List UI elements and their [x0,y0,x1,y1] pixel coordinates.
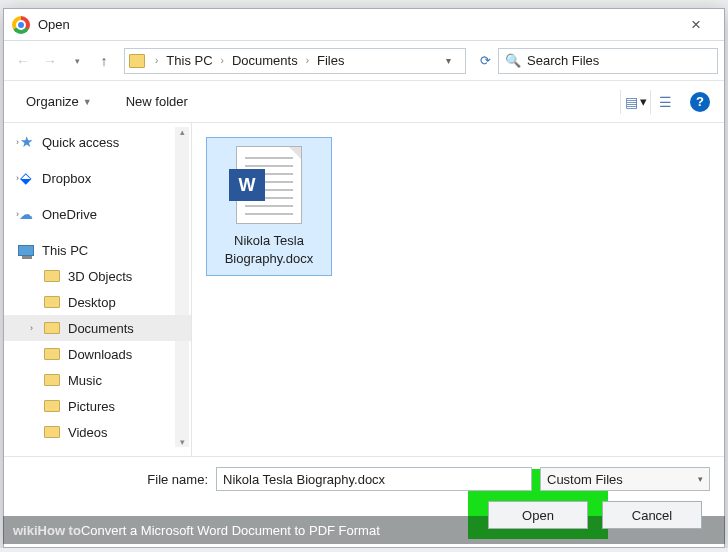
body: › ★ Quick access › ⬙ Dropbox › ☁ OneDriv… [4,123,724,457]
breadcrumb[interactable]: › This PC › Documents › Files ▾ [124,48,466,74]
pc-icon [18,245,34,256]
folder-icon [44,270,60,282]
sidebar-item-pictures[interactable]: Pictures [4,393,191,419]
titlebar: Open × [4,9,724,41]
word-badge: W [229,169,265,201]
chevron-right-icon: › [217,55,228,66]
search-input[interactable]: 🔍 Search Files [498,48,718,74]
chrome-icon [12,16,30,34]
nav-forward[interactable]: → [37,48,63,74]
crumb-documents[interactable]: Documents [228,53,302,68]
docx-icon: W [236,146,302,224]
chevron-right-icon: › [16,209,19,219]
star-icon: ★ [18,135,34,149]
sidebar-item-dropbox[interactable]: › ⬙ Dropbox [4,165,191,191]
refresh-button[interactable]: ⟳ [473,53,497,68]
search-placeholder: Search Files [527,53,599,68]
nav-row: ← → ▾ ↑ › This PC › Documents › Files ▾ … [4,41,724,81]
sidebar-item-quick-access[interactable]: › ★ Quick access [4,129,191,155]
sidebar-item-downloads[interactable]: Downloads [4,341,191,367]
chevron-right-icon: › [151,55,162,66]
filename-label: File name: [18,472,208,487]
folder-icon [44,374,60,386]
filename-input[interactable] [216,467,532,491]
view-details-button[interactable]: ☰ [650,90,680,114]
open-dialog: Open × ← → ▾ ↑ › This PC › Documents › F… [3,8,725,548]
sidebar-item-videos[interactable]: Videos [4,419,191,445]
search-icon: 🔍 [505,53,521,68]
sidebar: › ★ Quick access › ⬙ Dropbox › ☁ OneDriv… [4,123,192,456]
sidebar-item-this-pc[interactable]: ⌄ This PC [4,237,191,263]
sidebar-item-onedrive[interactable]: › ☁ OneDrive [4,201,191,227]
chevron-down-icon: ▾ [698,474,703,484]
crumb-files[interactable]: Files [313,53,348,68]
folder-icon [44,400,60,412]
new-folder-button[interactable]: New folder [118,90,196,113]
chevron-right-icon: › [302,55,313,66]
open-button[interactable]: Open [488,501,588,529]
chevron-right-icon: › [16,137,19,147]
chevron-right-icon: › [30,323,33,333]
chevron-right-icon: › [16,173,19,183]
organize-button[interactable]: Organize ▼ [18,90,100,113]
folder-icon [44,322,60,334]
sidebar-item-desktop[interactable]: Desktop [4,289,191,315]
cloud-icon: ☁ [18,207,34,221]
file-name: Nikola Tesla Biography.docx [211,232,327,267]
cancel-button[interactable]: Cancel [602,501,702,529]
nav-up[interactable]: ↑ [91,48,117,74]
crumb-root[interactable]: This PC [162,53,216,68]
sidebar-item-documents[interactable]: ›Documents [4,315,191,341]
nav-back[interactable]: ← [10,48,36,74]
view-thumbnails-button[interactable]: ▤▾ [620,90,650,114]
help-button[interactable]: ? [690,92,710,112]
chevron-down-icon: ▼ [83,97,92,107]
toolbar: Organize ▼ New folder ▤▾ ☰ ? [4,81,724,123]
chevron-down-icon[interactable]: ▾ [442,55,455,66]
file-item-selected[interactable]: W Nikola Tesla Biography.docx [206,137,332,276]
folder-icon [44,426,60,438]
filetype-combo[interactable]: Custom Files ▾ [540,467,710,491]
nav-recent[interactable]: ▾ [64,48,90,74]
window-title: Open [38,17,676,32]
folder-icon [129,54,145,68]
close-button[interactable]: × [676,15,716,35]
folder-icon [44,296,60,308]
sidebar-item-music[interactable]: Music [4,367,191,393]
file-pane[interactable]: W Nikola Tesla Biography.docx [192,123,724,456]
folder-icon [44,348,60,360]
sidebar-item-3d-objects[interactable]: 3D Objects [4,263,191,289]
dropbox-icon: ⬙ [18,171,34,185]
